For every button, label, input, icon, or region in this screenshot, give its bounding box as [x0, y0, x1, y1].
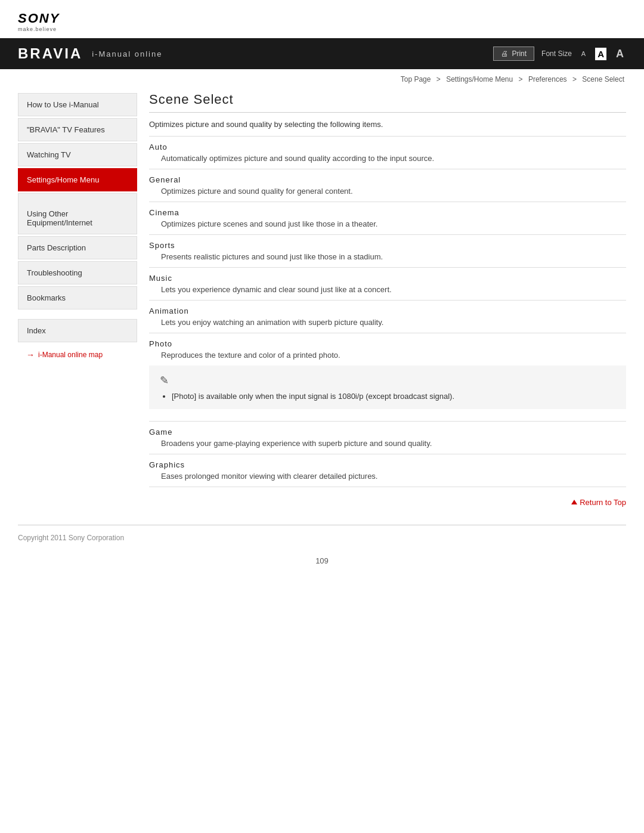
breadcrumb-top-page[interactable]: Top Page — [401, 75, 431, 83]
sidebar-item-index[interactable]: Index — [18, 319, 137, 342]
bravia-subtitle: i-Manual online — [92, 49, 162, 58]
note-item: [Photo] is available only when the input… — [172, 392, 615, 401]
scene-term-cinema: Cinema — [149, 208, 626, 217]
scene-item-general: General Optimizes picture and sound qual… — [149, 169, 626, 202]
scene-desc-cinema: Optimizes picture scenes and sound just … — [149, 219, 626, 228]
return-to-top-link[interactable]: Return to Top — [571, 498, 626, 507]
font-size-label: Font Size — [541, 49, 572, 58]
print-icon: 🖨 — [501, 49, 508, 58]
page-number: 109 — [0, 550, 644, 577]
font-size-small-button[interactable]: A — [579, 49, 588, 58]
sony-logo-text: SONY — [18, 11, 60, 26]
bravia-logo-text: BRAVIA — [18, 45, 82, 62]
arrow-right-icon: → — [26, 350, 35, 360]
logo-bar: SONY make.believe — [0, 0, 644, 38]
scene-term-animation: Animation — [149, 306, 626, 315]
triangle-up-icon — [571, 500, 577, 504]
sony-logo: SONY make.believe — [18, 11, 626, 32]
scene-term-music: Music — [149, 274, 626, 283]
breadcrumb-current: Scene Select — [582, 75, 624, 83]
note-box: ✎ [Photo] is available only when the inp… — [149, 366, 626, 409]
sidebar-item-using-other[interactable]: Using Other Equipment/Internet — [18, 193, 137, 234]
content-area: Scene Select Optimizes picture and sound… — [137, 87, 644, 525]
breadcrumb-sep3: > — [572, 75, 578, 83]
bravia-left: BRAVIA i-Manual online — [18, 45, 162, 62]
scene-term-sports: Sports — [149, 241, 626, 250]
scene-desc-game: Broadens your game-playing experience wi… — [149, 439, 626, 448]
sidebar-item-watching-tv[interactable]: Watching TV — [18, 143, 137, 166]
sidebar-item-bookmarks[interactable]: Bookmarks — [18, 286, 137, 309]
breadcrumb-preferences[interactable]: Preferences — [528, 75, 567, 83]
scene-term-photo: Photo — [149, 339, 626, 348]
scene-desc-music: Lets you experience dynamic and clear so… — [149, 285, 626, 294]
breadcrumb: Top Page > Settings/Home Menu > Preferen… — [0, 69, 644, 87]
scene-item-game: Game Broadens your game-playing experien… — [149, 422, 626, 454]
scene-item-auto: Auto Automatically optimizes picture and… — [149, 137, 626, 169]
print-label: Print — [512, 49, 527, 58]
font-size-medium-button[interactable]: A — [595, 48, 606, 60]
page-title: Scene Select — [149, 92, 626, 113]
sidebar-item-settings-home[interactable]: Settings/Home Menu — [18, 168, 137, 191]
scene-item-music: Music Lets you experience dynamic and cl… — [149, 268, 626, 301]
main-layout: How to Use i-Manual "BRAVIA" TV Features… — [0, 87, 644, 525]
scene-term-game: Game — [149, 428, 626, 436]
scene-item-photo: Photo Reproduces the texture and color o… — [149, 333, 626, 422]
print-button[interactable]: 🖨 Print — [493, 47, 534, 61]
return-to-top-bar: Return to Top — [149, 487, 626, 513]
note-pencil-icon: ✎ — [160, 374, 615, 387]
sidebar-map-link[interactable]: → i-Manual online map — [18, 344, 137, 360]
sidebar-item-how-to-use[interactable]: How to Use i-Manual — [18, 93, 137, 116]
page-intro: Optimizes picture and sound quality by s… — [149, 120, 626, 137]
breadcrumb-sep2: > — [519, 75, 525, 83]
scene-item-cinema: Cinema Optimizes picture scenes and soun… — [149, 202, 626, 235]
sidebar-item-bravia-tv[interactable]: "BRAVIA" TV Features — [18, 118, 137, 141]
breadcrumb-sep1: > — [436, 75, 442, 83]
scene-desc-photo: Reproduces the texture and color of a pr… — [149, 351, 626, 360]
scene-desc-sports: Presents realistic pictures and sound ju… — [149, 252, 626, 261]
sidebar: How to Use i-Manual "BRAVIA" TV Features… — [0, 87, 137, 525]
sony-tagline: make.believe — [18, 26, 57, 32]
scene-term-general: General — [149, 175, 626, 184]
breadcrumb-settings[interactable]: Settings/Home Menu — [446, 75, 513, 83]
footer: Copyright 2011 Sony Corporation — [0, 525, 644, 550]
copyright-text: Copyright 2011 Sony Corporation — [18, 534, 124, 542]
scene-desc-graphics: Eases prolonged monitor viewing with cle… — [149, 472, 626, 481]
scene-item-graphics: Graphics Eases prolonged monitor viewing… — [149, 454, 626, 487]
scene-item-animation: Animation Lets you enjoy watching an ani… — [149, 301, 626, 333]
scene-item-sports: Sports Presents realistic pictures and s… — [149, 235, 626, 268]
note-list: [Photo] is available only when the input… — [160, 392, 615, 401]
sidebar-item-parts-desc[interactable]: Parts Description — [18, 236, 137, 259]
scene-term-graphics: Graphics — [149, 460, 626, 469]
scene-desc-animation: Lets you enjoy watching an animation wit… — [149, 318, 626, 327]
scene-term-auto: Auto — [149, 143, 626, 151]
font-size-large-button[interactable]: A — [614, 47, 626, 61]
bravia-right: 🖨 Print Font Size A A A — [493, 47, 626, 61]
sidebar-item-troubleshooting[interactable]: Troubleshooting — [18, 261, 137, 284]
bravia-banner: BRAVIA i-Manual online 🖨 Print Font Size… — [0, 38, 644, 69]
scene-desc-general: Optimizes picture and sound quality for … — [149, 187, 626, 196]
scene-desc-auto: Automatically optimizes picture and soun… — [149, 154, 626, 163]
